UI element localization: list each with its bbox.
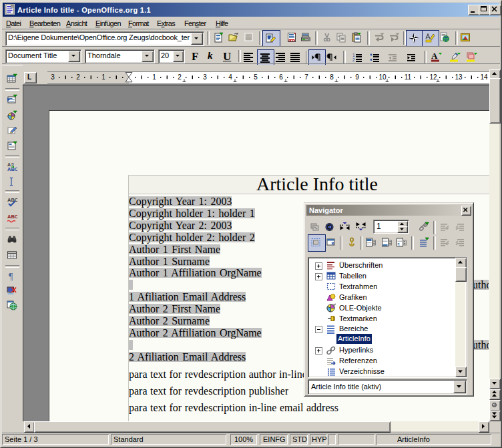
- svg-text:1: 1: [152, 73, 156, 81]
- svg-text:9: 9: [355, 73, 359, 81]
- svg-text:¶: ¶: [9, 272, 13, 282]
- svg-text:4: 4: [228, 73, 232, 81]
- svg-text:12: 12: [429, 73, 437, 81]
- svg-text:10: 10: [379, 73, 387, 81]
- svg-text:A: A: [431, 51, 438, 61]
- svg-text:3: 3: [203, 73, 207, 81]
- svg-text:2: 2: [76, 73, 80, 81]
- svg-text:2: 2: [352, 57, 355, 62]
- svg-text:2: 2: [178, 73, 182, 81]
- svg-text:1: 1: [352, 53, 355, 57]
- svg-text:1: 1: [101, 73, 105, 81]
- svg-text:B: B: [11, 162, 14, 166]
- svg-text:14: 14: [480, 73, 488, 81]
- svg-text:ABC: ABC: [7, 166, 17, 172]
- svg-text:ABC: ABC: [7, 197, 17, 203]
- svg-text:13: 13: [455, 73, 463, 81]
- svg-text:3: 3: [51, 73, 55, 81]
- svg-text:11: 11: [405, 73, 412, 81]
- svg-text:7: 7: [304, 73, 308, 81]
- svg-text:8: 8: [330, 73, 334, 81]
- svg-text:ABC: ABC: [7, 214, 17, 220]
- svg-text:6: 6: [279, 73, 283, 81]
- svg-text:5: 5: [254, 73, 258, 81]
